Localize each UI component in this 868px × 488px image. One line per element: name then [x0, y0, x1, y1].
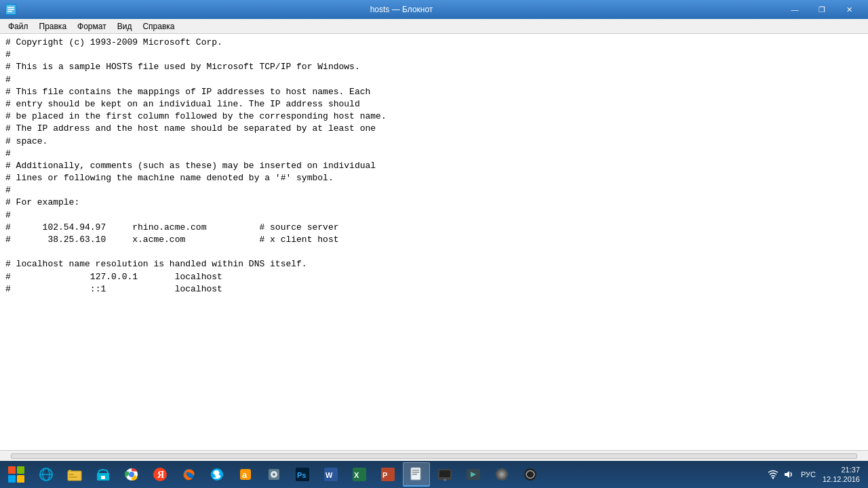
svg-rect-1	[7, 7, 14, 8]
system-tray: РУС 21:37 12.12.2016	[762, 465, 865, 485]
text-editor[interactable]: # Copyright (c) 1993-2009 Microsoft Corp…	[0, 34, 868, 450]
app-icon	[5, 4, 16, 15]
svg-point-41	[500, 472, 504, 476]
hscroll-track[interactable]	[11, 453, 857, 459]
start-button[interactable]	[3, 462, 30, 487]
tray-clock[interactable]: 21:37 12.12.2016	[823, 465, 860, 485]
svg-point-43	[772, 477, 774, 479]
taskbar-powerpoint[interactable]: P	[374, 462, 401, 487]
svg-point-22	[273, 473, 275, 476]
taskbar-photoshop[interactable]: Ps	[289, 462, 316, 487]
menubar: Файл Правка Формат Вид Справка	[0, 19, 868, 34]
taskbar-word[interactable]: W	[317, 462, 344, 487]
window-title: hosts — Блокнот	[22, 5, 781, 14]
taskbar-firefox[interactable]	[175, 462, 202, 487]
titlebar: hosts — Блокнот — ❐ ✕	[0, 0, 868, 19]
svg-text:a: a	[242, 470, 248, 480]
volume-icon[interactable]	[782, 468, 794, 481]
taskbar-app9[interactable]	[260, 462, 288, 487]
taskbar-ie[interactable]	[33, 462, 60, 487]
svg-rect-2	[7, 9, 14, 10]
windows-icon	[8, 466, 24, 483]
tray-date: 12.12.2016	[823, 474, 860, 484]
taskbar-skype[interactable]	[203, 462, 231, 487]
maximize-button[interactable]: ❐	[808, 0, 835, 19]
taskbar-explorer[interactable]	[61, 462, 88, 487]
svg-text:W: W	[326, 471, 333, 479]
svg-text:P: P	[382, 471, 387, 479]
menu-file[interactable]: Файл	[3, 19, 34, 33]
svg-rect-11	[101, 476, 105, 479]
taskbar-app17[interactable]	[488, 462, 515, 487]
taskbar-apps: Я a Ps W X P	[33, 462, 544, 487]
taskbar-chrome[interactable]	[118, 462, 145, 487]
window-controls: — ❐ ✕	[781, 0, 863, 19]
svg-rect-8	[69, 474, 74, 475]
svg-rect-36	[439, 470, 450, 477]
taskbar-app18[interactable]	[517, 462, 544, 487]
svg-text:X: X	[354, 471, 359, 479]
taskbar-app8[interactable]: a	[232, 462, 259, 487]
taskbar-yandex[interactable]: Я	[146, 462, 174, 487]
taskbar-excel[interactable]: X	[346, 462, 373, 487]
svg-text:Ps: Ps	[297, 471, 306, 479]
tray-language[interactable]: РУС	[798, 470, 818, 479]
svg-point-37	[443, 479, 446, 481]
menu-view[interactable]: Вид	[112, 19, 138, 33]
svg-rect-32	[412, 470, 419, 471]
svg-text:Я: Я	[157, 470, 164, 480]
svg-rect-33	[412, 472, 419, 473]
taskbar-store[interactable]	[90, 462, 117, 487]
menu-format[interactable]: Формат	[72, 19, 112, 33]
tray-icons	[767, 468, 794, 481]
horizontal-scrollbar[interactable]	[0, 450, 868, 461]
svg-rect-9	[69, 476, 77, 478]
editor-container[interactable]: # Copyright (c) 1993-2009 Microsoft Corp…	[0, 34, 868, 450]
svg-rect-3	[7, 11, 12, 12]
taskbar-app16[interactable]	[460, 462, 487, 487]
menu-edit[interactable]: Правка	[34, 19, 73, 33]
tray-time: 21:37	[823, 465, 860, 474]
menu-help[interactable]: Справка	[137, 19, 180, 33]
close-button[interactable]: ✕	[835, 0, 863, 19]
taskbar-app15[interactable]	[431, 462, 458, 487]
taskbar: Я a Ps W X P	[0, 461, 868, 488]
svg-rect-34	[412, 474, 417, 475]
network-icon[interactable]	[767, 468, 779, 481]
taskbar-notepad[interactable]	[403, 462, 430, 487]
svg-rect-7	[68, 471, 81, 481]
minimize-button[interactable]: —	[781, 0, 808, 19]
